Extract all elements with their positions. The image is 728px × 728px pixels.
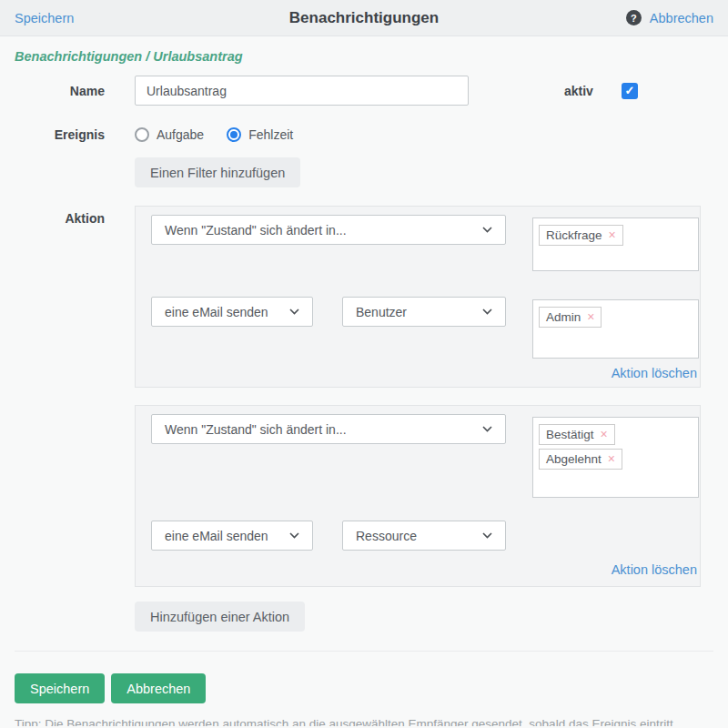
- action-2-action-select[interactable]: eine eMail senden: [151, 521, 313, 551]
- remove-tag-icon[interactable]: ×: [609, 228, 616, 242]
- tag: Admin ×: [539, 307, 602, 328]
- chevron-down-icon: [482, 532, 492, 539]
- add-action-row: Hinzufügen einer Aktion: [135, 602, 728, 632]
- radio-aufgabe[interactable]: Aufgabe: [135, 127, 204, 142]
- tag: Rückfrage ×: [539, 225, 623, 246]
- select-value: Wenn "Zustand" sich ändert in...: [165, 223, 347, 238]
- ereignis-row: Ereignis Aufgabe Fehlzeit: [0, 127, 728, 142]
- tag: Abgelehnt ×: [539, 449, 622, 470]
- action-1-recipient-select[interactable]: Benutzer: [342, 297, 506, 327]
- action-1-recipient-tagbox[interactable]: Admin ×: [532, 299, 699, 359]
- tag-label: Bestätigt: [546, 428, 594, 441]
- breadcrumb: Benachrichtigungen / Urlaubsantrag: [15, 49, 713, 64]
- aktiv-label: aktiv: [564, 84, 593, 98]
- radio-aufgabe-label: Aufgabe: [157, 127, 204, 142]
- select-value: Wenn "Zustand" sich ändert in...: [165, 422, 347, 437]
- action-list: Wenn "Zustand" sich ändert in... Rückfra…: [135, 206, 701, 587]
- footer-buttons: Speichern Abbrechen: [15, 673, 713, 703]
- tag: Bestätigt ×: [539, 424, 615, 445]
- action-2-recipient-select[interactable]: Ressource: [342, 521, 506, 551]
- action-2-trigger-row: Wenn "Zustand" sich ändert in... Bestäti…: [151, 414, 699, 498]
- chevron-down-icon: [482, 308, 492, 315]
- name-input[interactable]: [135, 76, 469, 106]
- chevron-down-icon: [289, 532, 299, 539]
- cancel-button[interactable]: Abbrechen: [111, 673, 206, 703]
- radio-fehlzeit[interactable]: Fehlzeit: [227, 127, 293, 142]
- help-icon[interactable]: ?: [626, 10, 642, 25]
- tag-label: Rückfrage: [546, 228, 602, 242]
- action-1-action-select[interactable]: eine eMail senden: [151, 297, 313, 327]
- action-1-action-row: eine eMail senden Benutzer Admin ×: [151, 297, 699, 359]
- header-cancel-link[interactable]: Abbrechen: [650, 11, 713, 25]
- chevron-down-icon: [482, 227, 492, 233]
- action-1-trigger-tagbox[interactable]: Rückfrage ×: [532, 217, 699, 271]
- add-filter-button[interactable]: Einen Filter hinzufügen: [135, 157, 300, 187]
- radio-icon-unselected: [135, 127, 149, 142]
- top-bar: Speichern Benachrichtigungen ? Abbrechen: [0, 0, 728, 36]
- select-value: eine eMail senden: [165, 529, 268, 543]
- filter-row: Einen Filter hinzufügen: [135, 157, 728, 187]
- footer-divider: [15, 651, 713, 652]
- action-2-delete-link[interactable]: Aktion löschen: [612, 562, 697, 577]
- ereignis-label: Ereignis: [0, 127, 135, 142]
- action-2-trigger-select[interactable]: Wenn "Zustand" sich ändert in...: [151, 414, 506, 444]
- aktion-row: Aktion Wenn "Zustand" sich ändert in... …: [0, 206, 728, 587]
- select-value: eine eMail senden: [165, 305, 268, 319]
- aktiv-checkbox[interactable]: ✓: [622, 83, 638, 99]
- action-1-trigger-row: Wenn "Zustand" sich ändert in... Rückfra…: [151, 215, 699, 271]
- remove-tag-icon[interactable]: ×: [587, 309, 594, 324]
- radio-fehlzeit-label: Fehlzeit: [248, 127, 293, 142]
- footer-hint-text: Tipp: Die Benachrichtigungen werden auto…: [0, 717, 728, 726]
- action-2-delete-row: Aktion löschen: [151, 551, 699, 577]
- action-box-2: Wenn "Zustand" sich ändert in... Bestäti…: [135, 405, 701, 587]
- tag-label: Admin: [546, 310, 581, 324]
- tag-label: Abgelehnt: [546, 452, 602, 466]
- action-1-trigger-select[interactable]: Wenn "Zustand" sich ändert in...: [151, 215, 506, 245]
- select-value: Benutzer: [356, 305, 407, 319]
- aktion-label: Aktion: [0, 206, 135, 226]
- action-1-delete-link[interactable]: Aktion löschen: [612, 366, 697, 380]
- action-1-delete-row: Aktion löschen: [151, 359, 699, 380]
- action-2-action-row: eine eMail senden Ressource: [151, 521, 699, 551]
- save-button[interactable]: Speichern: [15, 673, 105, 703]
- add-action-button[interactable]: Hinzufügen einer Aktion: [135, 602, 305, 632]
- chevron-down-icon: [482, 426, 492, 432]
- select-value: Ressource: [356, 529, 417, 543]
- name-row: Name aktiv ✓: [0, 76, 728, 106]
- header-save-link[interactable]: Speichern: [15, 11, 74, 25]
- name-label: Name: [0, 84, 135, 98]
- remove-tag-icon[interactable]: ×: [601, 427, 608, 441]
- top-bar-right: ? Abbrechen: [626, 10, 713, 25]
- chevron-down-icon: [289, 308, 299, 315]
- page-title: Benachrichtigungen: [0, 9, 728, 27]
- radio-icon-selected: [227, 127, 241, 142]
- action-2-trigger-tagbox[interactable]: Bestätigt × Abgelehnt ×: [532, 417, 699, 498]
- remove-tag-icon[interactable]: ×: [608, 451, 615, 466]
- check-icon: ✓: [624, 84, 634, 97]
- action-box-1: Wenn "Zustand" sich ändert in... Rückfra…: [135, 206, 701, 388]
